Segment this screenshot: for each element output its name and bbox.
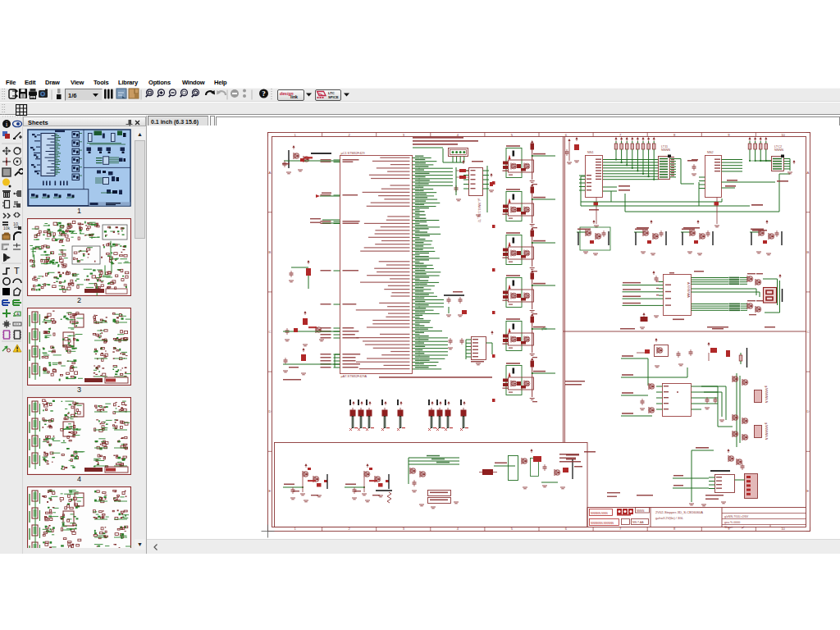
svg-text:B: B	[807, 250, 810, 254]
svg-text:4: 4	[457, 133, 459, 137]
svg-text:A: A	[807, 171, 810, 175]
svg-text:7: 7	[619, 527, 622, 531]
svg-text:6: 6	[565, 133, 568, 137]
svg-text:9: 9	[728, 133, 730, 137]
svg-text:1: 1	[294, 527, 296, 531]
svg-text:4: 4	[457, 527, 459, 531]
svg-text:D: D	[269, 409, 272, 413]
svg-text:g=hw3 2V(6n) / 3GL: g=hw3 2V(6n) / 3GL	[655, 517, 683, 520]
svg-text:8: 8	[673, 133, 676, 137]
svg-text:?: ?	[262, 89, 266, 98]
svg-text:link: link	[290, 94, 298, 99]
svg-text:10k: 10k	[3, 226, 11, 231]
svg-text:NNNN: NNNN	[774, 148, 783, 152]
svg-text:NNNN: NNNN	[637, 509, 645, 513]
svg-text:g-NNNNNN-N: g-NNNNNN-N	[765, 422, 768, 441]
svg-text:gea.%.0000: gea.%.0000	[724, 521, 740, 524]
svg-text:NNNNNN-NNNNN: NNNNNN-NNNNN	[591, 522, 614, 525]
svg-text:8: 8	[673, 527, 676, 531]
svg-text:3: 3	[403, 133, 405, 137]
svg-text:E: E	[807, 489, 810, 493]
svg-text:6: 6	[565, 527, 568, 531]
svg-text:gNd: gNd	[541, 327, 547, 331]
svg-text:5: 5	[511, 133, 514, 137]
svg-text:Sheet:: Sheet:	[724, 526, 733, 529]
svg-text:10: 10	[781, 527, 785, 531]
svg-text:2: 2	[348, 527, 350, 531]
svg-text:g/zNN-7/UU-r2/6V: g/zNN-7/UU-r2/6V	[724, 515, 749, 518]
svg-text:3: 3	[403, 527, 405, 531]
svg-text:NNNNN-NNN: NNNNN-NNN	[591, 512, 608, 515]
svg-text:A-NNNNAA: A-NNNNAA	[687, 282, 690, 298]
svg-text:B: B	[269, 250, 272, 254]
svg-text:C: C	[807, 330, 810, 334]
svg-text:A: A	[269, 171, 272, 175]
svg-text:5: 5	[511, 527, 514, 531]
svg-text:E: E	[269, 489, 272, 493]
svg-text:10: 10	[13, 221, 18, 226]
svg-text:NN1: NN1	[587, 151, 594, 154]
svg-text:NN·7-AA: NN·7-AA	[632, 521, 644, 524]
svg-text:7: 7	[619, 133, 622, 137]
svg-text:2V02-Stepper-3D_S-CB16060A: 2V02-Stepper-3D_S-CB16060A	[655, 510, 703, 514]
svg-text:µL-NN93-1-SE_T2: µL-NN93-1-SE_T2	[477, 199, 481, 222]
svg-text:SPICE: SPICE	[328, 94, 339, 98]
svg-text:T: T	[14, 266, 20, 276]
svg-text:10: 10	[781, 133, 785, 137]
svg-text:2: 2	[348, 133, 350, 137]
svg-text:C: C	[269, 330, 272, 334]
svg-text:D: D	[807, 409, 810, 413]
svg-text:NNNN: NNNN	[661, 148, 670, 152]
svg-text:g-NNNNNN-N: g-NNNNNN-N	[765, 386, 768, 404]
svg-text:NN2: NN2	[707, 151, 714, 154]
svg-text:µ/: µ/	[742, 526, 744, 529]
svg-text:µC1 STM32F429: µC1 STM32F429	[341, 152, 365, 155]
svg-text:1: 1	[294, 133, 296, 137]
svg-text:µA7-STM32F429A: µA7-STM32F429A	[341, 375, 368, 378]
